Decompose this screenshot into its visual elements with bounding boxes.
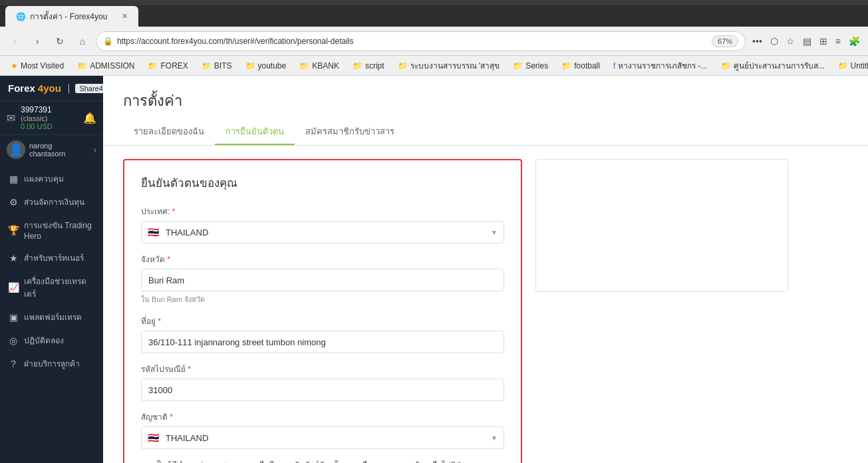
- bookmark-label: FOREX: [160, 61, 188, 71]
- pep-group: คุณเป็นผู้มีตำแหน่งทางสาธารณะหรือมีความส…: [141, 458, 504, 463]
- address-label: ที่อยู่ *: [141, 315, 504, 327]
- bookmark-football[interactable]: 📁 football: [556, 60, 605, 72]
- bookmark-youtube[interactable]: 📁 youtube: [240, 60, 292, 72]
- logo-forex-text: Forex: [8, 82, 35, 94]
- country-select[interactable]: THAILAND: [141, 221, 504, 243]
- page-title: การตั้งค่า: [123, 89, 848, 112]
- more-options-button[interactable]: •••: [750, 33, 765, 49]
- postal-label: รหัสไปรษณีย์ *: [141, 363, 504, 375]
- verification-form-box: ยืนยันตัวตนของคุณ ประเทศ: * 🇹🇭 THAILAND: [123, 159, 522, 463]
- sidebar-item-label: ส่วนจัดการเงินทุน: [24, 196, 84, 208]
- user-name: narong chantasorn: [29, 142, 89, 158]
- tab-title: การตั้งค่า - Forex4you: [30, 10, 107, 23]
- address-bar[interactable]: 🔒 https://account.forex4you.com/th/user#…: [96, 31, 746, 51]
- sidebar-item-support[interactable]: ? ฝ่ายบริการลูกค้า: [0, 352, 103, 375]
- bookmark-bits[interactable]: 📁 BITS: [196, 60, 237, 72]
- tab-close-btn[interactable]: ✕: [122, 12, 128, 21]
- page-tabs: รายละเอียดของฉัน การยืนยันตัวตน สมัครสมา…: [103, 119, 868, 146]
- folder-icon: 📁: [561, 61, 571, 71]
- menu-button[interactable]: ≡: [833, 33, 843, 49]
- nationality-required: *: [170, 412, 173, 422]
- bookmark-label: Series: [525, 61, 548, 71]
- email-icon[interactable]: ✉: [7, 112, 15, 124]
- sidebar-item-label: สำหรับพาร์ทเนอร์: [24, 251, 84, 264]
- account-id-label: 3997391: [21, 105, 78, 114]
- trophy-icon: 🏆: [8, 225, 19, 235]
- sidebar-item-platform[interactable]: ▣ แพลตฟอร์มเทรด: [0, 305, 103, 329]
- folder-icon: 📁: [148, 61, 158, 71]
- notification-icon[interactable]: 🔔: [83, 112, 96, 124]
- sidebar-logo: Forex 4you │ Share4you: [0, 76, 103, 101]
- bookmark-admission[interactable]: 📁 ADMISSION: [72, 60, 140, 72]
- support-icon: ?: [8, 359, 19, 369]
- bookmark-series[interactable]: 📁 Series: [507, 60, 553, 72]
- pep-required: *: [458, 460, 461, 463]
- sidebar-item-label: แพลตฟอร์มเทรด: [24, 311, 82, 323]
- sidebar-item-investment[interactable]: ⚙ ส่วนจัดการเงินทุน: [0, 190, 103, 214]
- sidebar-item-tools[interactable]: 📈 เครื่องมือช่วยเทรดเดร์: [0, 269, 103, 305]
- postal-input[interactable]: [141, 379, 504, 401]
- home-button[interactable]: ⌂: [73, 32, 92, 51]
- url-text: https://account.forex4you.com/th/user#/v…: [117, 37, 708, 46]
- browser-tabs-bar: 🌐 การตั้งค่า - Forex4you ✕: [0, 5, 868, 27]
- tab-newsletter[interactable]: สมัครสมาชิกรับข่าวสาร: [295, 119, 405, 145]
- star-icon: ★: [11, 61, 18, 71]
- tab-verification[interactable]: การยืนยันตัวตน: [215, 119, 295, 145]
- reload-button[interactable]: ↻: [51, 32, 69, 51]
- tab-personal-details[interactable]: รายละเอียดของฉัน: [123, 119, 215, 145]
- back-button[interactable]: ‹: [5, 32, 24, 51]
- folder-icon: 📁: [245, 61, 255, 71]
- tab-favicon: 🌐: [16, 12, 26, 21]
- logo-divider: │: [67, 84, 72, 93]
- sync-button[interactable]: ⊞: [817, 33, 830, 49]
- bookmark-untitled[interactable]: 📁 Untitled Page: [833, 60, 868, 72]
- sidebar-item-dashboard[interactable]: ▦ แผงควบคุม: [0, 167, 103, 190]
- sidebar-user-bar[interactable]: 👤 narong chantasorn ›: [0, 135, 103, 164]
- toolbar-actions: ••• ⬡ ☆ ▤ ⊞ ≡ 🧩: [750, 33, 863, 49]
- bookmark-star-button[interactable]: ☆: [784, 33, 797, 49]
- bookmark-kbank[interactable]: 📁 KBANK: [294, 60, 345, 72]
- content-area: ยืนยันตัวตนของคุณ ประเทศ: * 🇹🇭 THAILAND: [103, 159, 868, 463]
- sidebar-item-label: การแข่งขัน Trading Hero: [24, 219, 95, 241]
- nationality-label: สัญชาติ *: [141, 410, 504, 423]
- bookmark-sarabun[interactable]: 📁 ระบบงานสารบรรณ 'สาสุข: [392, 58, 506, 73]
- folder-icon: 📁: [353, 61, 362, 71]
- active-tab[interactable]: 🌐 การตั้งค่า - Forex4you ✕: [5, 6, 138, 27]
- address-input[interactable]: [141, 331, 504, 353]
- tools-icon: 📈: [8, 282, 19, 293]
- bookmark-label: football: [574, 61, 600, 71]
- bookmark-label: KBANK: [312, 61, 339, 71]
- ssl-lock-icon: 🔒: [103, 37, 113, 46]
- bookmark-most-visited[interactable]: ★ Most Visited: [5, 60, 69, 72]
- province-group: จังหวัด * ใน Buri Ram จังหวัด: [141, 253, 504, 305]
- facebook-icon: f: [613, 61, 615, 71]
- sidebar-item-label: ฝ่ายบริการลูกค้า: [24, 357, 80, 370]
- forward-button[interactable]: ›: [28, 32, 47, 51]
- province-hint: ใน Buri Ram จังหวัด: [141, 293, 504, 305]
- sidebar-item-practice[interactable]: ◎ ปฏิบัติตลอง: [0, 329, 103, 352]
- sidebar-nav: ▦ แผงควบคุม ⚙ ส่วนจัดการเงินทุน 🏆 การแข่…: [0, 164, 103, 463]
- bookmark-forex[interactable]: 📁 FOREX: [142, 60, 193, 72]
- bookmark-label: youtube: [258, 61, 287, 71]
- province-input[interactable]: [141, 269, 504, 291]
- nationality-select[interactable]: THAILAND: [141, 426, 504, 449]
- country-label: ประเทศ: *: [141, 205, 504, 218]
- folder-icon: 📁: [721, 61, 731, 71]
- bookmark-label: Untitled Page: [851, 61, 868, 71]
- browser-chrome-top: [0, 0, 868, 5]
- sidebar-item-partner[interactable]: ★ สำหรับพาร์ทเนอร์: [0, 246, 103, 269]
- nationality-group: สัญชาติ * 🇹🇭 THAILAND: [141, 410, 504, 449]
- province-required: *: [167, 255, 170, 264]
- bookmark-center[interactable]: 📁 ศูนย์ประสานงานการรับส...: [716, 58, 830, 73]
- bookmark-facebook-job[interactable]: f หางานราชการเภสัชกร -...: [608, 58, 713, 73]
- pocket-button[interactable]: ⬡: [768, 33, 781, 49]
- right-panel: [535, 159, 788, 463]
- sidebar-item-label: แผงควบคุม: [24, 172, 64, 185]
- sidebar-item-trading-hero[interactable]: 🏆 การแข่งขัน Trading Hero: [0, 214, 103, 246]
- extensions-button[interactable]: 🧩: [846, 33, 863, 49]
- sidebar-item-label: ปฏิบัติตลอง: [24, 334, 64, 347]
- bookmarks-bar: ★ Most Visited 📁 ADMISSION 📁 FOREX 📁 BIT…: [0, 56, 868, 76]
- bookmark-script[interactable]: 📁 script: [347, 60, 390, 72]
- reader-mode-button[interactable]: ▤: [800, 33, 814, 49]
- folder-icon: 📁: [77, 61, 87, 71]
